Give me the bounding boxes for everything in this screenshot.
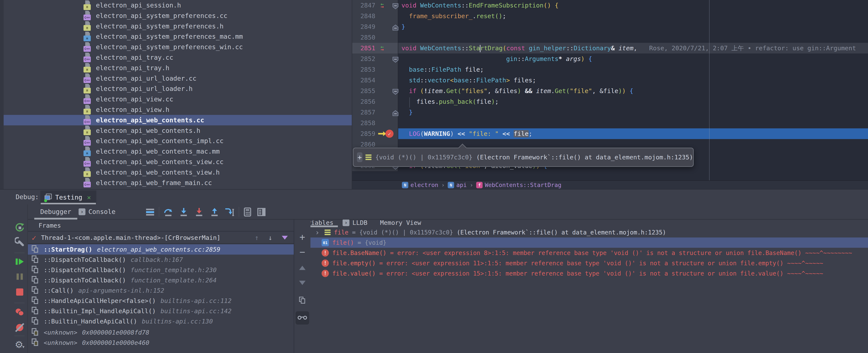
- show-execution-point-button[interactable]: [145, 206, 156, 218]
- variable-row[interactable]: !file.value() = error: <user expression …: [310, 268, 868, 279]
- breadcrumb-item[interactable]: Nelectron: [402, 182, 438, 188]
- tree-item[interactable]: Helectron_api_system_preferences.h: [4, 21, 352, 31]
- frame-row[interactable]: ::DispatchToCallback()function_template.…: [28, 265, 294, 275]
- rerun-button[interactable]: [11, 222, 28, 233]
- frame-row[interactable]: ::StartDrag()electron_api_web_contents.c…: [28, 244, 294, 255]
- pause-button[interactable]: [11, 271, 28, 282]
- tree-item[interactable]: C++electron_api_view.cc: [4, 94, 352, 104]
- show-watches-toggle[interactable]: [294, 312, 310, 324]
- layout-settings-button[interactable]: [256, 206, 267, 218]
- remove-watch-button[interactable]: −: [294, 246, 310, 258]
- code-line[interactable]: 2859✓ LOG(WARNING) << "file: " << file;: [352, 128, 868, 139]
- tab-console[interactable]: › Console: [76, 204, 118, 219]
- copy-value-button[interactable]: [294, 294, 310, 307]
- tree-item[interactable]: C++electron_api_web_contents_view.cc: [4, 157, 352, 167]
- session-tab-testing[interactable]: Testing ✕: [40, 190, 96, 204]
- fold-marker-icon[interactable]: [391, 109, 400, 118]
- stop-button[interactable]: [11, 286, 28, 297]
- previous-frame-arrow-icon[interactable]: ↑: [255, 234, 259, 242]
- tree-item[interactable]: melectron_api_web_contents_mac.mm: [4, 146, 352, 157]
- next-frame-arrow-icon[interactable]: ↓: [268, 234, 272, 242]
- run-to-cursor-button[interactable]: [224, 206, 235, 218]
- step-out-button[interactable]: [209, 206, 220, 218]
- tree-item[interactable]: C++electron_api_web_contents.cc: [4, 115, 352, 125]
- breadcrumb-item[interactable]: fWebContents::StartDrag: [476, 182, 561, 188]
- code-line[interactable]: 2851←→void WebContents::StartDrag(const …: [352, 43, 868, 54]
- file-type-icon: C++: [84, 157, 93, 167]
- tree-item[interactable]: Helectron_api_view.h: [4, 104, 352, 115]
- code-token: reset: [476, 12, 495, 20]
- frame-row[interactable]: ::DispatchToCallback()callback.h:167: [28, 255, 294, 265]
- code-line[interactable]: 2852 gin::Arguments* args) {: [352, 54, 868, 64]
- tab-memory-view[interactable]: Memory View: [380, 220, 421, 227]
- tooltip-text: {void (*)() | 0x11597c3c0} (Electron Fra…: [375, 154, 693, 161]
- tree-item[interactable]: Helectron_api_url_loader.h: [4, 84, 352, 94]
- breadcrumb-item[interactable]: Napi: [448, 182, 467, 188]
- code-token: FilePath: [431, 66, 461, 73]
- tree-item[interactable]: melectron_api_system_preferences_mac.mm: [4, 31, 352, 42]
- code-editor[interactable]: 2847←→void WebContents::EndFrameSubscrip…: [352, 0, 868, 180]
- variable-row[interactable]: !file.empty() = error: <user expression …: [310, 258, 868, 268]
- variable-row[interactable]: !file.BaseName() = error: <user expressi…: [310, 248, 868, 258]
- code-line[interactable]: 2850: [352, 32, 868, 43]
- variable-row[interactable]: ›file = {void (*)() | 0x11597c3c0} (Elec…: [310, 227, 868, 237]
- expand-chevron-icon[interactable]: ›: [313, 228, 321, 236]
- settings-gear-button[interactable]: ⚙▼: [11, 339, 28, 350]
- wrench-settings-icon[interactable]: [11, 236, 28, 248]
- tree-item[interactable]: Helectron_api_tray.h: [4, 63, 352, 73]
- frame-row[interactable]: ::HandleApiCallHelper<false>()builtins-a…: [28, 296, 294, 306]
- frame-row[interactable]: ::Builtin_Impl_HandleApiCall()builtins-a…: [28, 306, 294, 316]
- tree-item[interactable]: C++electron_api_web_frame_main.cc: [4, 178, 352, 188]
- frame-row[interactable]: <unknown>0x0000001e0000e460: [28, 338, 294, 348]
- tree-item[interactable]: C++electron_api_web_contents_impl.cc: [4, 136, 352, 146]
- variables-panel: Variables › LLDB Memory View ›file = {vo…: [310, 220, 868, 353]
- fold-marker-icon[interactable]: [391, 88, 400, 96]
- fold-marker-icon[interactable]: [391, 23, 400, 32]
- expand-value-button[interactable]: +: [357, 152, 363, 162]
- tree-item-label: electron_api_system_preferences.h: [96, 23, 223, 30]
- code-line[interactable]: 2857 }: [352, 107, 868, 118]
- tab-lldb[interactable]: › LLDB: [343, 220, 367, 227]
- frame-row[interactable]: ::Builtin_HandleApiCall()builtins-api.cc…: [28, 316, 294, 326]
- code-line[interactable]: 2849}: [352, 22, 868, 32]
- code-line[interactable]: 2848 frame_subscriber_.reset();: [352, 11, 868, 22]
- view-breakpoints-button[interactable]: [11, 307, 28, 318]
- tree-item[interactable]: C++electron_api_system_preferences_win.c…: [4, 42, 352, 52]
- fold-marker-icon[interactable]: [391, 56, 400, 64]
- move-watch-down-button[interactable]: [294, 277, 310, 289]
- mute-breakpoints-button[interactable]: [11, 322, 28, 333]
- frame-row[interactable]: ::DispatchToCallback()function_template.…: [28, 275, 294, 285]
- frame-row[interactable]: ::Call()api-arguments-inl.h:152: [28, 285, 294, 296]
- fold-marker-icon[interactable]: [391, 2, 400, 10]
- code-line[interactable]: 2858: [352, 118, 868, 128]
- add-watch-button[interactable]: +: [294, 231, 310, 243]
- code-line[interactable]: 2856 files.push_back(file);: [352, 96, 868, 107]
- close-session-icon[interactable]: ✕: [87, 194, 91, 201]
- force-step-into-button[interactable]: [193, 206, 205, 218]
- move-watch-up-button[interactable]: [294, 262, 310, 274]
- code-line[interactable]: 2855 if (!item.Get("files", &files) && i…: [352, 86, 868, 96]
- tab-debugger[interactable]: Debugger: [34, 204, 77, 219]
- tree-item[interactable]: Helectron_api_web_contents.h: [4, 125, 352, 136]
- tree-item[interactable]: C++electron_api_tray.cc: [4, 52, 352, 63]
- code-line[interactable]: 2854 std::vector<base::FilePath> files;: [352, 75, 868, 86]
- code-line[interactable]: 2847←→void WebContents::EndFrameSubscrip…: [352, 0, 868, 11]
- tab-variables[interactable]: Variables: [310, 220, 336, 227]
- code-line[interactable]: 2853 base::FilePath file;: [352, 64, 868, 75]
- breakpoint-icon[interactable]: ✓: [385, 129, 394, 138]
- tree-item[interactable]: C++electron_api_system_preferences.cc: [4, 10, 352, 21]
- tree-item[interactable]: C++electron_api_url_loader.cc: [4, 73, 352, 84]
- thread-dropdown-icon[interactable]: [282, 236, 288, 239]
- code-text: LOG(WARNING) << "file: " << file;: [398, 128, 868, 139]
- tree-item[interactable]: Helectron_api_session.h: [4, 0, 352, 10]
- step-over-button[interactable]: [163, 206, 174, 218]
- step-into-button[interactable]: [178, 206, 189, 218]
- frame-row[interactable]: <unknown>0x0000001e0008fd78: [28, 327, 294, 338]
- vcs-change-navigation-icon[interactable]: ←→: [377, 44, 387, 53]
- resume-button[interactable]: [11, 256, 28, 267]
- variable-row[interactable]: 01file() = {void}: [310, 237, 868, 248]
- evaluate-expression-button[interactable]: [242, 206, 253, 218]
- thread-selector[interactable]: ✓ Thread-1-<com.apple.main-thread>-[CrBr…: [28, 232, 294, 244]
- vcs-change-navigation-icon[interactable]: ←→: [377, 1, 387, 10]
- tree-item[interactable]: Helectron_api_web_contents_view.h: [4, 167, 352, 178]
